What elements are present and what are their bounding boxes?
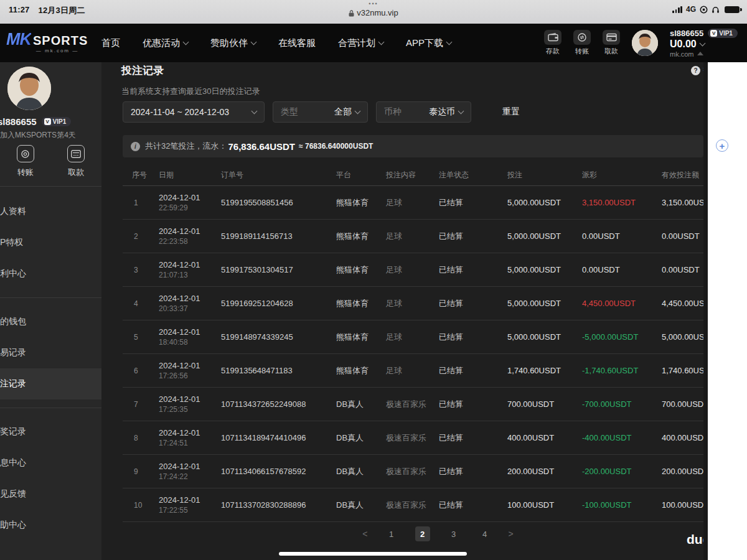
cell-payout: -100.00USDT bbox=[571, 500, 651, 510]
sidebar-menu-item[interactable]: 息中心 bbox=[0, 447, 101, 478]
date-range-picker[interactable]: 2024-11-04 ~ 2024-12-03 bbox=[123, 101, 265, 123]
column-header: 注单状态 bbox=[428, 170, 496, 180]
cell-date-day: 2024-12-01 bbox=[159, 260, 210, 269]
cell-date-day: 2024-12-01 bbox=[159, 361, 210, 370]
summary-approx: ≈ 76836.640000USDT bbox=[299, 142, 373, 151]
date-range-value: 2024-11-04 ~ 2024-12-03 bbox=[131, 107, 229, 117]
cell-status: 已结算 bbox=[428, 197, 496, 208]
vip-shield-icon: V bbox=[44, 118, 51, 125]
page-number[interactable]: 4 bbox=[477, 526, 492, 541]
nav-item[interactable]: 优惠活动 bbox=[143, 37, 188, 49]
cell-date: 2024-12-0117:22:55 bbox=[148, 495, 210, 515]
logo-sports-text: SPORTS bbox=[33, 34, 88, 48]
cell-content: 极速百家乐 bbox=[375, 466, 428, 477]
balance-dropdown[interactable]: U0.00 bbox=[670, 39, 738, 50]
cell-order: 5199195508851456 bbox=[210, 198, 325, 207]
cell-order: 5199135648471183 bbox=[210, 366, 325, 375]
cell-order: 5199189114156713 bbox=[210, 231, 325, 241]
cell-date: 2024-12-0117:24:22 bbox=[148, 462, 210, 481]
withdraw-button[interactable]: 取款 bbox=[603, 30, 620, 56]
header-right: 存款转账取款 sl886655 V VIP1 U0.00 mk.com bbox=[544, 24, 738, 62]
transfer-button[interactable]: 转账 bbox=[573, 30, 591, 56]
ios-status-bar: 11:27 12月3日周二 ••• v32nmu.vip 4G bbox=[0, 0, 747, 24]
cell-order: 1071134066157678592 bbox=[210, 467, 325, 476]
cell-content: 足球 bbox=[375, 264, 428, 276]
avatar[interactable] bbox=[7, 67, 51, 110]
cell-content: 极速百家乐 bbox=[375, 500, 428, 511]
sidebar-menu-item[interactable]: 利中心 bbox=[0, 258, 101, 289]
cell-bet: 400.00USDT bbox=[496, 433, 571, 442]
column-header: 序号 bbox=[123, 170, 148, 180]
tab-overview-icon[interactable]: ••• bbox=[0, 0, 747, 7]
nav-item[interactable]: 合营计划 bbox=[338, 37, 383, 49]
prev-page-button[interactable]: < bbox=[362, 529, 367, 539]
deposit-button[interactable]: 存款 bbox=[544, 30, 561, 56]
sidebar-menu-item[interactable]: 见反馈 bbox=[0, 478, 101, 510]
cell-payout: 0.00USDT bbox=[571, 265, 651, 274]
site-switcher[interactable]: mk.com bbox=[670, 50, 738, 58]
nav-item[interactable]: 首页 bbox=[101, 37, 120, 49]
sidebar-menu-item[interactable]: P特权 bbox=[0, 227, 101, 258]
table-body: 12024-12-0122:59:295199195508851456熊猫体育足… bbox=[123, 186, 747, 522]
vip-shield-icon: V bbox=[710, 30, 717, 37]
cell-date: 2024-12-0120:33:37 bbox=[148, 294, 210, 313]
type-select[interactable]: 类型 全部 bbox=[273, 101, 368, 123]
divider bbox=[0, 297, 101, 298]
type-value: 全部 bbox=[334, 106, 352, 118]
nav-item[interactable]: APP下载 bbox=[406, 37, 451, 49]
next-page-button[interactable]: > bbox=[509, 529, 514, 539]
table-row: 92024-12-0117:24:221071134066157678592DB… bbox=[123, 455, 747, 488]
page-number[interactable]: 1 bbox=[384, 526, 399, 541]
column-header: 派彩 bbox=[571, 170, 651, 180]
cell-content: 足球 bbox=[375, 298, 428, 309]
address-bar[interactable]: v32nmu.vip bbox=[349, 7, 398, 19]
signal-icon bbox=[672, 6, 682, 13]
avatar[interactable] bbox=[632, 30, 658, 56]
page-subtitle: 当前系统支持查询最近30日的投注记录 bbox=[121, 86, 260, 97]
page-number[interactable]: 3 bbox=[446, 526, 461, 541]
sidebar-menu-item-label: 见反馈 bbox=[0, 488, 26, 500]
plus-floating-button[interactable]: + bbox=[716, 139, 728, 152]
vip-level-label: VIP1 bbox=[719, 30, 733, 37]
cell-status: 已结算 bbox=[428, 332, 496, 343]
betting-records-page: { "colors": {"win_red": "#e04141", "loss… bbox=[0, 0, 747, 560]
vip-badge[interactable]: V VIP1 bbox=[708, 29, 738, 38]
nav-item-label: 在线客服 bbox=[278, 37, 316, 49]
sidebar-menu-item[interactable]: 奖记录 bbox=[0, 416, 101, 447]
cell-platform: 熊猫体育 bbox=[325, 231, 375, 242]
deposit-label: 存款 bbox=[546, 47, 560, 56]
cell-date: 2024-12-0118:40:58 bbox=[148, 327, 210, 347]
sidebar-menu-item[interactable]: 易记录 bbox=[0, 337, 101, 368]
chevron-down-icon bbox=[251, 108, 258, 114]
cell-date-time: 17:26:56 bbox=[159, 371, 210, 380]
reset-button[interactable]: 重置 bbox=[502, 106, 520, 118]
mk-sports-logo[interactable]: MK SPORTS — mk.com — bbox=[6, 30, 87, 54]
withdraw-button[interactable]: 取款 bbox=[67, 145, 85, 178]
cell-payout: 3,150.00USDT bbox=[571, 198, 651, 207]
sidebar-username: sl886655 bbox=[0, 116, 37, 127]
header-quick-actions: 存款转账取款 bbox=[544, 30, 620, 56]
nav-item-label: 合营计划 bbox=[338, 37, 375, 49]
cell-date: 2024-12-0122:23:58 bbox=[148, 226, 210, 246]
cell-platform: DB真人 bbox=[325, 432, 375, 444]
cell-status: 已结算 bbox=[428, 466, 496, 477]
nav-item[interactable]: 在线客服 bbox=[278, 37, 316, 49]
page-number[interactable]: 2 bbox=[415, 526, 430, 541]
sidebar-menu-item[interactable]: 注记录 bbox=[0, 368, 101, 399]
cell-platform: DB真人 bbox=[325, 399, 375, 410]
cell-bet: 5,000.00USDT bbox=[496, 299, 571, 308]
sidebar-menu-item-label: 的钱包 bbox=[0, 316, 26, 327]
cell-platform: 熊猫体育 bbox=[325, 298, 375, 309]
sidebar-menu-item[interactable]: 人资料 bbox=[0, 196, 101, 227]
chevron-down-icon bbox=[251, 39, 257, 45]
chevron-down-icon bbox=[699, 40, 705, 46]
currency-select[interactable]: 币种 泰达币 bbox=[376, 101, 471, 123]
main-nav: 首页优惠活动赞助伙伴在线客服合营计划APP下载 bbox=[101, 24, 451, 62]
sidebar-menu-item[interactable]: 助中心 bbox=[0, 510, 101, 541]
home-indicator[interactable] bbox=[279, 552, 467, 556]
sidebar-menu-item[interactable]: 的钱包 bbox=[0, 306, 101, 337]
nav-item[interactable]: 赞助伙伴 bbox=[210, 37, 256, 49]
table-header: 序号日期订单号平台投注内容注单状态投注派彩有效投注额 bbox=[123, 164, 747, 186]
cell-payout: -1,740.60USDT bbox=[571, 366, 651, 375]
transfer-button[interactable]: 转账 bbox=[17, 145, 34, 178]
